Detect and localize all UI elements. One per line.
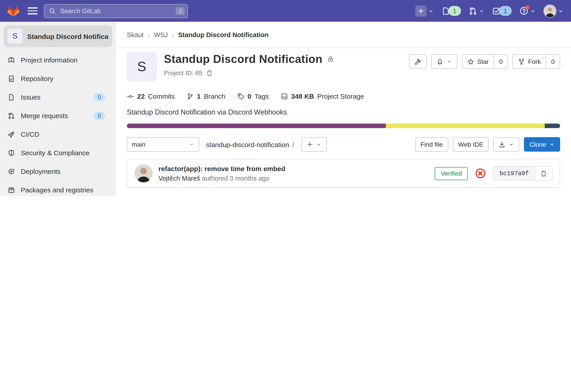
web-ide-button[interactable]: Web IDE bbox=[453, 137, 489, 152]
chevron-down-icon bbox=[509, 142, 514, 147]
wrench-icon bbox=[414, 58, 421, 65]
commits-stat[interactable]: 22Commits bbox=[127, 92, 175, 100]
chevron-down-icon bbox=[428, 8, 434, 14]
todos-shortcut-button[interactable]: 1 bbox=[492, 6, 512, 16]
chevron-down-icon bbox=[549, 142, 555, 147]
sidebar-item-issues[interactable]: Issues 0 bbox=[0, 88, 116, 106]
plus-icon bbox=[415, 5, 427, 16]
download-button[interactable] bbox=[493, 137, 520, 152]
commit-title-link[interactable]: refactor(app): remove time from embed bbox=[158, 165, 285, 172]
project-information-icon bbox=[8, 56, 15, 64]
repo-path-root[interactable]: standup-discord-notification bbox=[206, 140, 289, 148]
download-icon bbox=[499, 141, 506, 148]
sidebar-item-label: Security & Compliance bbox=[21, 149, 89, 157]
commit-icon bbox=[127, 93, 134, 100]
todos-count-badge: 1 bbox=[499, 6, 512, 16]
merge-requests-count-badge: 0 bbox=[94, 112, 105, 120]
help-menu-button[interactable] bbox=[519, 6, 536, 15]
current-branch: main bbox=[132, 141, 146, 148]
branch-icon bbox=[186, 93, 194, 100]
sidebar-item-cicd[interactable]: CI/CD bbox=[0, 125, 116, 143]
last-commit-box: refactor(app): remove time from embed Vo… bbox=[127, 159, 560, 188]
storage-stat[interactable]: 348 KBProject Storage bbox=[281, 92, 364, 100]
gitlab-app: / 1 bbox=[0, 0, 571, 196]
issues-shortcut-button[interactable]: 1 bbox=[442, 6, 461, 16]
breadcrumb-group-link[interactable]: Skaut bbox=[127, 31, 143, 38]
star-icon bbox=[467, 58, 474, 65]
search-icon bbox=[49, 7, 56, 14]
tags-stat[interactable]: 0Tags bbox=[237, 92, 269, 100]
chevron-down-icon bbox=[479, 8, 485, 14]
sidebar-item-merge-requests[interactable]: Merge requests 0 bbox=[0, 106, 116, 125]
admin-wrench-button[interactable] bbox=[409, 54, 426, 69]
commit-sha: bc197a9f bbox=[494, 167, 535, 180]
notifications-button[interactable] bbox=[431, 54, 457, 69]
language-bar[interactable] bbox=[127, 124, 560, 128]
gitlab-logo-icon[interactable] bbox=[7, 5, 19, 17]
commit-sha-widget: bc197a9f bbox=[493, 166, 552, 181]
sidebar-item-project-information[interactable]: Project information bbox=[0, 51, 116, 69]
project-avatar: S bbox=[7, 28, 23, 44]
disk-icon bbox=[281, 93, 288, 100]
search-input[interactable] bbox=[59, 7, 172, 15]
find-file-button[interactable]: Find file bbox=[415, 137, 448, 152]
project-id-label: Project ID: 65 bbox=[164, 69, 202, 76]
star-button[interactable]: Star 0 bbox=[462, 54, 508, 69]
sidebar-item-deployments[interactable]: Deployments bbox=[0, 162, 116, 181]
rocket-icon bbox=[8, 131, 15, 138]
sidebar-item-label: Issues bbox=[21, 93, 41, 101]
shield-icon bbox=[8, 149, 15, 156]
sidebar-item-label: Deployments bbox=[21, 168, 60, 175]
top-navbar: / 1 bbox=[0, 0, 571, 22]
page-title: Standup Discord Notification bbox=[164, 53, 322, 66]
commit-author-avatar[interactable] bbox=[134, 164, 153, 182]
merge-requests-menu-button[interactable] bbox=[469, 7, 485, 15]
copy-sha-button[interactable] bbox=[535, 167, 552, 180]
commit-authored-time: authored 3 months ago bbox=[202, 175, 270, 182]
sidebar-nav: Project information Repository Issues 0 … bbox=[0, 51, 116, 196]
copy-project-id-icon[interactable] bbox=[206, 70, 213, 76]
sidebar-project-context[interactable]: S Standup Discord Notificati... bbox=[4, 25, 112, 47]
project-description: Standup Discord Notification via Discord… bbox=[127, 108, 560, 116]
clone-button[interactable]: Clone bbox=[524, 137, 560, 152]
repository-icon bbox=[8, 75, 15, 82]
chevron-down-icon bbox=[189, 142, 194, 147]
issues-count-badge: 0 bbox=[94, 93, 105, 101]
global-search[interactable]: / bbox=[44, 4, 188, 18]
sidebar-item-repository[interactable]: Repository bbox=[0, 69, 116, 88]
sidebar-item-label: CI/CD bbox=[21, 130, 39, 138]
verified-badge[interactable]: Verified bbox=[435, 167, 468, 180]
language-segment bbox=[127, 124, 386, 128]
sidebar-item-label: Repository bbox=[21, 75, 53, 82]
sidebar-item-label: Project information bbox=[21, 56, 77, 64]
sidebar-item-label: Merge requests bbox=[21, 112, 68, 120]
branches-stat[interactable]: 1Branch bbox=[186, 92, 226, 100]
language-segment bbox=[544, 124, 560, 128]
plus-icon bbox=[306, 141, 313, 148]
fork-button[interactable]: Fork 0 bbox=[513, 54, 560, 69]
chevron-down-icon bbox=[316, 142, 321, 147]
new-menu-button[interactable] bbox=[415, 5, 434, 16]
breadcrumb-separator: › bbox=[148, 31, 150, 38]
help-icon bbox=[519, 6, 528, 15]
user-menu-button[interactable] bbox=[543, 4, 564, 17]
breadcrumb-current: Standup Discord Notification bbox=[178, 31, 269, 38]
sidebar-item-packages-registries[interactable]: Packages and registries bbox=[0, 181, 116, 196]
fork-count: 0 bbox=[546, 55, 560, 68]
commit-author-link[interactable]: Vojtěch Mareš bbox=[158, 175, 200, 182]
path-separator: / bbox=[292, 140, 294, 148]
merge-request-icon bbox=[469, 7, 477, 15]
menu-toggle-button[interactable] bbox=[26, 4, 39, 18]
branch-selector[interactable]: main bbox=[127, 137, 199, 152]
add-to-tree-button[interactable] bbox=[301, 137, 327, 152]
breadcrumb-subgroup-link[interactable]: WSJ bbox=[154, 31, 168, 38]
language-segment bbox=[386, 124, 545, 128]
pipeline-failed-icon[interactable] bbox=[475, 168, 486, 179]
sidebar-item-security-compliance[interactable]: Security & Compliance bbox=[0, 143, 116, 162]
navbar-actions: 1 1 bbox=[415, 4, 564, 17]
chevron-down-icon bbox=[446, 59, 452, 64]
breadcrumb-separator: › bbox=[172, 31, 174, 38]
private-lock-icon bbox=[327, 55, 334, 62]
search-shortcut-key: / bbox=[176, 7, 185, 15]
breadcrumb: Skaut › WSJ › Standup Discord Notificati… bbox=[116, 22, 571, 48]
